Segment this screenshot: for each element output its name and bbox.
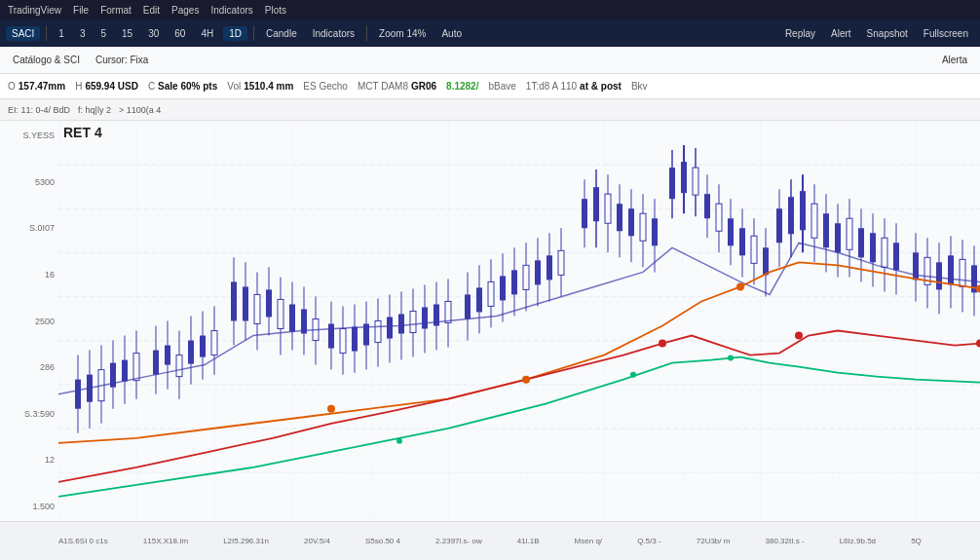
svg-rect-139 bbox=[870, 233, 876, 262]
menu-file[interactable]: File bbox=[73, 5, 89, 16]
x-label-3: 20V.5/4 bbox=[304, 537, 330, 545]
menu-edit[interactable]: Edit bbox=[143, 5, 160, 16]
svg-rect-31 bbox=[200, 336, 206, 357]
svg-rect-129 bbox=[811, 204, 817, 238]
tf-60[interactable]: 60 bbox=[169, 26, 191, 41]
svg-rect-29 bbox=[188, 341, 194, 364]
menu-plots[interactable]: Plots bbox=[265, 5, 286, 16]
signal-dot-green-1 bbox=[396, 438, 402, 444]
close-value: Sale 60% pts bbox=[158, 81, 217, 92]
svg-rect-153 bbox=[960, 259, 965, 286]
chart-svg[interactable] bbox=[58, 121, 980, 521]
tf-15[interactable]: 15 bbox=[116, 26, 138, 41]
menu-format[interactable]: Format bbox=[100, 5, 132, 16]
separator-3 bbox=[366, 25, 367, 41]
main-toolbar: SACI 1 3 5 15 30 60 4H 1D Candle Indicat… bbox=[0, 19, 980, 47]
tf-1[interactable]: 1 bbox=[53, 26, 70, 41]
time-field: 1T:d8 A 110 at & post bbox=[526, 81, 622, 92]
svg-rect-135 bbox=[847, 218, 852, 249]
open-label: O bbox=[8, 81, 16, 92]
close-field: C Sale 60% pts bbox=[148, 81, 217, 92]
open-field: O 157.47mm bbox=[8, 81, 65, 92]
alert-item[interactable]: Alerta bbox=[937, 53, 972, 67]
bkv-label: Bkv bbox=[631, 81, 648, 92]
volume-value: 1510.4 mm bbox=[244, 81, 293, 92]
svg-rect-109 bbox=[693, 168, 698, 195]
volume-field: Vol 1510.4 mm bbox=[227, 81, 293, 92]
replay-button[interactable]: Replay bbox=[779, 26, 821, 41]
svg-rect-67 bbox=[422, 307, 428, 328]
price-value: 8.1282/ bbox=[446, 81, 478, 92]
svg-rect-77 bbox=[488, 281, 494, 306]
es-field: ES Gecho bbox=[303, 81, 348, 92]
x-label-8: Q.5/3 - bbox=[637, 537, 660, 545]
svg-rect-137 bbox=[858, 228, 864, 257]
svg-rect-93 bbox=[593, 187, 599, 221]
svg-rect-89 bbox=[558, 250, 564, 275]
auto-scale-button[interactable]: Auto bbox=[435, 26, 468, 41]
svg-rect-55 bbox=[352, 327, 358, 352]
x-label-2: L2I5.296.31n bbox=[223, 537, 269, 545]
indicator-3[interactable]: > 1100(a 4 bbox=[119, 105, 161, 115]
tf-1d[interactable]: 1D bbox=[223, 26, 247, 41]
volume-label: Vol bbox=[227, 81, 241, 92]
svg-rect-73 bbox=[465, 294, 471, 318]
x-label-7: Msen q/ bbox=[575, 537, 602, 545]
x-label-0: A1S.6SI 0 c1s bbox=[58, 537, 108, 545]
svg-rect-141 bbox=[882, 238, 887, 267]
indicator-row: EI: 11: 0-4/ BdD f: hq|ly 2 > 1100(a 4 bbox=[0, 99, 980, 121]
svg-rect-63 bbox=[398, 314, 404, 333]
catalog-label: Catálogo & SCI bbox=[8, 53, 85, 67]
app-name[interactable]: TradingView bbox=[8, 5, 61, 16]
indicator-1[interactable]: EI: 11: 0-4/ BdD bbox=[8, 105, 70, 115]
svg-rect-71 bbox=[445, 301, 451, 322]
y-label-3: 16 bbox=[4, 270, 55, 280]
indicator-2[interactable]: f: hq|ly 2 bbox=[78, 105, 111, 115]
indicators-button[interactable]: Indicators bbox=[307, 26, 360, 41]
svg-rect-39 bbox=[254, 294, 260, 323]
price-field: 8.1282/ bbox=[446, 81, 478, 92]
data-row: O 157.47mm H 659.94 USD C Sale 60% pts V… bbox=[0, 74, 980, 99]
x-label-9: 72U3b/ m bbox=[697, 537, 731, 545]
tf-30[interactable]: 30 bbox=[142, 26, 165, 41]
time-value: at & post bbox=[580, 81, 622, 92]
svg-rect-81 bbox=[511, 270, 517, 294]
svg-rect-23 bbox=[153, 351, 159, 375]
tf-5[interactable]: 5 bbox=[94, 26, 112, 41]
fullscreen-button[interactable]: Fullscreen bbox=[918, 26, 974, 41]
y-label-0: S.YESS bbox=[4, 131, 55, 140]
svg-rect-1 bbox=[58, 121, 980, 521]
svg-rect-123 bbox=[776, 208, 782, 243]
svg-rect-125 bbox=[788, 197, 794, 234]
svg-rect-97 bbox=[617, 204, 622, 231]
signal-dot-red-2 bbox=[795, 332, 803, 340]
svg-rect-95 bbox=[605, 194, 611, 223]
tf-4h[interactable]: 4H bbox=[195, 26, 219, 41]
svg-rect-143 bbox=[893, 243, 899, 270]
svg-rect-19 bbox=[122, 360, 128, 382]
svg-rect-91 bbox=[582, 199, 587, 228]
x-label-11: L6Iz.9b.5d bbox=[840, 537, 876, 545]
svg-rect-113 bbox=[716, 204, 722, 231]
symbol-label[interactable]: SACI bbox=[6, 26, 40, 41]
close-label: C bbox=[148, 81, 155, 92]
menu-indicators[interactable]: Indicators bbox=[210, 5, 252, 16]
cursor-item[interactable]: Cursor: Fixa bbox=[91, 53, 153, 67]
alert-button[interactable]: Alert bbox=[825, 26, 857, 41]
menu-pages[interactable]: Pages bbox=[171, 5, 199, 16]
svg-rect-41 bbox=[266, 289, 272, 317]
zoom-label[interactable]: Zoom 14% bbox=[373, 26, 432, 41]
sub-toolbar: Catálogo & SCI Cursor: Fixa Alerta bbox=[0, 47, 980, 74]
svg-rect-85 bbox=[535, 260, 541, 284]
chart-type-button[interactable]: Candle bbox=[260, 26, 303, 41]
svg-rect-21 bbox=[133, 354, 139, 381]
snapshot-button[interactable]: Snapshot bbox=[861, 26, 914, 41]
y-label-8: 1.500 bbox=[4, 502, 55, 511]
y-label-6: S.3:590 bbox=[4, 409, 55, 419]
svg-rect-59 bbox=[375, 321, 381, 343]
svg-rect-111 bbox=[704, 194, 710, 218]
tf-3[interactable]: 3 bbox=[74, 26, 92, 41]
y-axis: S.YESS 5300 S.0I07 16 2500 286 S.3:590 1… bbox=[0, 121, 58, 521]
x-axis: A1S.6SI 0 c1s 115X.X18.Im L2I5.296.31n 2… bbox=[0, 521, 980, 560]
chart-area: RET 4 S.YESS 5300 S.0I07 16 2500 286 S.3… bbox=[0, 121, 980, 521]
